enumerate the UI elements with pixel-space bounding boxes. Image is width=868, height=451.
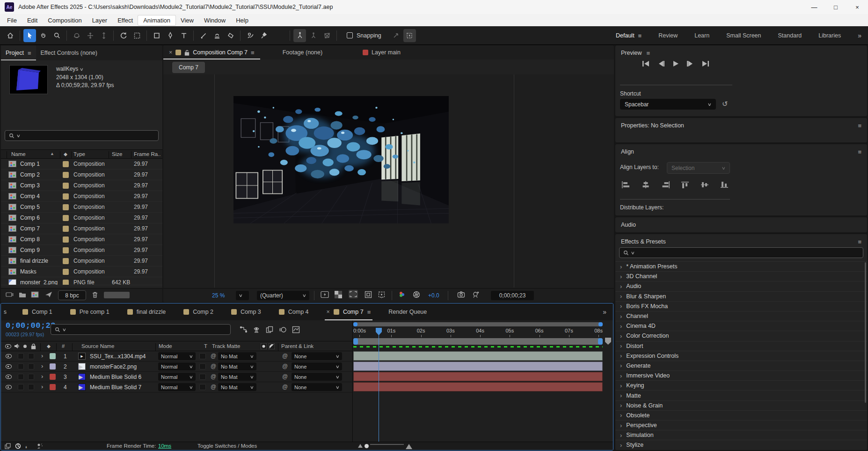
project-row[interactable]: Comp 1 Composition 29.97 [1,159,162,170]
minimize-button[interactable]: — [803,0,825,14]
composition-canvas[interactable] [233,96,449,223]
align-left-button[interactable] [621,181,631,189]
layer-row[interactable]: › 1 ▶ SSU_Tex...x1304.mp4 Normal∨ @ No M… [1,351,352,362]
preserve-transparency-cell[interactable] [199,384,206,390]
maximize-button[interactable]: □ [825,0,846,14]
panel-menu-icon[interactable]: ≡ [28,50,31,57]
effects-category-row[interactable]: › Blur & Sharpen [615,291,867,301]
timeline-tab-overflow-icon[interactable]: » [603,308,606,316]
menu-item[interactable]: Window [199,15,231,25]
tab-layer[interactable]: Layer main [357,45,406,59]
align-top-button[interactable] [680,181,690,189]
layer-label-chip[interactable] [50,384,56,390]
align-to-dropdown[interactable]: Selection∨ [667,162,730,174]
pen-tool[interactable] [164,29,176,42]
panel-menu-icon[interactable]: ≡ [858,238,861,245]
type-tool[interactable] [177,29,190,42]
close-button[interactable]: × [846,0,868,14]
toggle-mattes-icon[interactable] [269,343,275,349]
work-area-bar[interactable] [353,338,603,345]
effects-scrollbar[interactable] [865,262,866,403]
layer-visibility-toggle[interactable] [6,364,12,369]
workspace-menu-icon[interactable]: ≡ [638,32,642,39]
layer-visibility-toggle[interactable] [6,375,12,379]
effects-category-row[interactable]: › Stylize [615,440,867,450]
column-type[interactable]: Type [73,151,85,157]
label-color-chip[interactable] [63,193,69,200]
preserve-transparency-cell[interactable] [199,374,206,380]
shortcut-dropdown[interactable]: Spacebar∨ [620,99,716,110]
parent-pickwhip-icon[interactable]: @ [282,353,288,359]
timeline-tab[interactable]: × Render Queue ≡ [387,303,429,320]
solo-cell[interactable] [28,384,34,390]
item-name[interactable]: Masks [20,268,36,275]
zoom-in-icon[interactable] [406,444,412,449]
column-name[interactable]: Name [11,151,26,157]
clone-stamp-tool[interactable] [211,29,223,42]
viewer-timecode[interactable]: 0;00;00;23 [491,291,534,300]
expand-layers-icon[interactable] [5,443,11,449]
column-source-name[interactable]: Source Name [81,343,114,349]
color-depth-button[interactable]: 8 bpc [58,290,86,300]
item-name[interactable]: Comp 8 [20,236,40,243]
solo-cell[interactable] [28,374,34,380]
graph-editor-icon[interactable] [292,326,300,333]
current-time-display[interactable]: 0;00;00;23 [6,321,56,330]
layer-duration-bar[interactable] [353,351,603,361]
frame-render-time-value[interactable]: 10ms [158,443,171,449]
project-row[interactable]: Comp 4 Composition 29.97 [1,191,162,202]
parent-pickwhip-icon[interactable]: @ [282,373,288,380]
solo-column-icon[interactable] [23,345,27,348]
timeline-tab[interactable]: × Comp 3 ≡ [229,303,263,320]
expand-chevron-icon[interactable]: › [620,303,622,310]
effects-category-row[interactable]: › Noise & Grain [615,400,867,410]
interpret-footage-icon[interactable] [6,291,14,298]
project-row[interactable]: Masks Composition 29.97 [1,266,162,277]
mask-visibility-icon[interactable] [365,291,372,298]
magnification-value[interactable]: 25 % [212,292,225,299]
expand-chevron-icon[interactable]: › [620,382,622,389]
layer-row[interactable]: › 3 ▶ Medium Blue Solid 6 Normal∨ @ No M… [1,372,352,382]
expand-chevron-icon[interactable]: › [620,293,622,300]
timeline-tab[interactable]: × Pre comp 1 ≡ [68,303,111,320]
toggle-switches-modes-button[interactable]: Toggle Switches / Modes [197,443,257,449]
layer-source-name[interactable]: monsterFace2.png [90,363,156,370]
parent-pickwhip-icon[interactable]: @ [282,384,288,390]
new-composition-icon[interactable] [31,291,39,298]
tab-footage[interactable]: Footage (none) [277,45,328,59]
composition-mini-flowchart-icon[interactable] [240,326,248,333]
project-scrollbar-thumb[interactable] [104,292,130,298]
parent-link-dropdown[interactable]: None∨ [292,362,342,370]
new-folder-icon[interactable] [19,291,26,298]
project-row[interactable]: Comp 9 Composition 29.97 [1,245,162,256]
timeline-tab[interactable]: × Comp 4 ≡ [277,303,311,320]
local-axis-mode-button[interactable] [293,29,306,42]
shy-layers-icon[interactable] [253,326,260,333]
transparency-grid-icon[interactable] [335,291,342,298]
blend-mode-dropdown[interactable]: Normal∨ [158,362,196,370]
label-column-tag-icon[interactable]: ⬥ [64,151,67,157]
preview-title[interactable]: Preview [621,50,642,57]
magnification-dropdown[interactable]: ∨ [236,291,249,300]
column-size[interactable]: Size [112,151,122,157]
blend-mode-dropdown[interactable]: Normal∨ [158,352,196,360]
project-row[interactable]: Comp 2 Composition 29.97 [1,170,162,180]
layer-source-name[interactable]: Medium Blue Solid 6 [90,374,156,380]
label-color-chip[interactable] [63,269,69,275]
tab-effect-controls[interactable]: Effect Controls (none) [36,45,102,60]
item-name[interactable]: monster_2.png [20,279,58,285]
align-center-horizontal-button[interactable] [641,181,651,189]
effects-category-row[interactable]: › Distort [615,341,867,351]
label-color-chip[interactable] [63,204,69,210]
item-name[interactable]: Comp 1 [20,161,40,167]
audio-cell[interactable] [18,353,24,359]
layer-duration-bar[interactable] [353,362,603,371]
item-name[interactable]: Comp 6 [20,214,40,221]
effects-category-row[interactable]: › Expression Controls [615,351,867,361]
label-color-chip[interactable] [63,280,69,285]
footage-name[interactable]: wallKeys [56,66,78,72]
effects-category-row[interactable]: › Keying [615,380,867,390]
motion-blur-icon[interactable] [279,326,287,333]
expand-chevron-icon[interactable]: › [620,392,622,399]
layer-row[interactable]: › 2 ▶ monsterFace2.png Normal∨ @ No Mat∨… [1,362,352,372]
